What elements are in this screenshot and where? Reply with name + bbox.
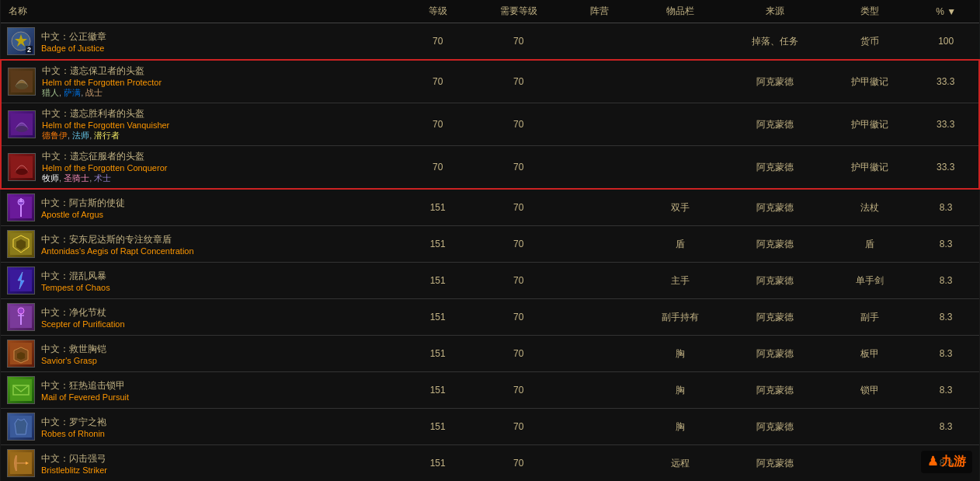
- item-icon: [7, 449, 35, 477]
- table-row[interactable]: 中文：遗忘征服者的头盔 Helm of the Forgotten Conque…: [1, 146, 979, 190]
- item-type: 法杖: [827, 189, 912, 226]
- item-icon: [7, 376, 35, 404]
- item-level: 70: [400, 103, 476, 146]
- item-zh-name: 中文：罗宁之袍: [41, 416, 106, 429]
- item-slot: 远程: [638, 445, 723, 482]
- item-level: 151: [400, 299, 476, 336]
- item-faction: [561, 299, 638, 336]
- item-pct: 33.3: [912, 103, 979, 146]
- item-en-name[interactable]: Mail of Fevered Pursuit: [41, 392, 129, 402]
- item-pct: 8.3: [912, 189, 979, 226]
- table-row[interactable]: 中文：遗忘胜利者的头盔 Helm of the Forgotten Vanqui…: [1, 103, 979, 146]
- item-pct: 8.3: [912, 263, 979, 299]
- svg-point-7: [16, 169, 28, 175]
- item-level: 70: [400, 60, 476, 103]
- item-source: 阿克蒙德: [723, 226, 828, 263]
- item-icon: [7, 303, 35, 331]
- item-level: 151: [400, 409, 476, 445]
- item-slot: 胸: [638, 336, 723, 372]
- table-row[interactable]: 中文：遗忘保卫者的头盔 Helm of the Forgotten Protec…: [1, 60, 979, 103]
- item-name-cell: 中文：净化节杖 Scepter of Purification: [1, 299, 400, 336]
- item-text: 中文：狂热追击锁甲 Mail of Fevered Pursuit: [41, 379, 129, 402]
- item-en-name[interactable]: Apostle of Argus: [41, 210, 125, 219]
- item-en-name[interactable]: Helm of the Forgotten Conqueror: [42, 163, 167, 173]
- col-source: 来源: [723, 0, 828, 23]
- item-pct: 8.3: [912, 409, 979, 445]
- item-req-level: 70: [476, 445, 561, 482]
- col-slot: 物品栏: [638, 0, 723, 23]
- item-level: 151: [400, 189, 476, 226]
- item-icon: [8, 153, 36, 181]
- item-slot: 副手持有: [638, 299, 723, 336]
- item-zh-name: 中文：公正徽章: [41, 30, 106, 44]
- watermark-icon: ♟: [927, 455, 938, 468]
- table-row[interactable]: 中文：净化节杖 Scepter of Purification 151 70 副…: [1, 299, 979, 336]
- item-faction: [561, 226, 638, 263]
- item-req-level: 70: [476, 299, 561, 336]
- item-type: [827, 409, 912, 445]
- item-name-cell: 2 中文：公正徽章 Badge of Justice: [1, 23, 400, 61]
- item-name-cell: 中文：罗宁之袍 Robes of Rhonin: [1, 409, 400, 445]
- item-zh-name: 中文：狂热追击锁甲: [41, 379, 129, 392]
- table-row[interactable]: 中文：罗宁之袍 Robes of Rhonin 151 70 胸 阿克蒙德 8.…: [1, 409, 979, 445]
- table-row[interactable]: 中文：混乱风暴 Tempest of Chaos 151 70 主手 阿克蒙德 …: [1, 263, 979, 299]
- item-source: 阿克蒙德: [723, 103, 828, 146]
- item-zh-name: 中文：安东尼达斯的专注纹章盾: [41, 233, 194, 246]
- item-req-level: 70: [476, 409, 561, 445]
- item-zh-name: 中文：阿古斯的使徒: [41, 197, 125, 210]
- item-en-name[interactable]: Helm of the Forgotten Vanquisher: [42, 120, 169, 130]
- item-level: 151: [400, 372, 476, 409]
- col-req-level: 需要等级: [476, 0, 561, 23]
- item-en-name[interactable]: Savior's Grasp: [41, 356, 106, 365]
- item-text: 中文：闪击强弓 Bristleblitz Striker: [41, 452, 107, 475]
- item-slot: [638, 103, 723, 146]
- item-text: 中文：罗宁之袍 Robes of Rhonin: [41, 416, 106, 438]
- item-level: 151: [400, 445, 476, 482]
- item-en-name[interactable]: Scepter of Purification: [41, 319, 125, 329]
- item-en-name[interactable]: Helm of the Forgotten Protector: [42, 78, 162, 87]
- item-icon: [7, 230, 35, 258]
- item-type: [827, 445, 912, 482]
- item-en-name[interactable]: Antonidas's Aegis of Rapt Concentration: [41, 246, 194, 256]
- item-name-cell: 中文：狂热追击锁甲 Mail of Fevered Pursuit: [1, 372, 400, 409]
- item-icon: [8, 110, 36, 138]
- col-pct[interactable]: % ▼: [912, 0, 979, 23]
- item-type: 单手剑: [827, 263, 912, 299]
- item-level: 151: [400, 336, 476, 372]
- item-classes: 牧师, 圣骑士, 术士: [42, 173, 167, 184]
- item-en-name[interactable]: Robes of Rhonin: [41, 429, 106, 438]
- item-text: 中文：净化节杖 Scepter of Purification: [41, 306, 125, 329]
- table-row[interactable]: 中文：救世胸铠 Savior's Grasp 151 70 胸 阿克蒙德 板甲 …: [1, 336, 979, 372]
- item-pct: 8.3: [912, 299, 979, 336]
- item-en-name[interactable]: Tempest of Chaos: [41, 283, 110, 292]
- item-en-name[interactable]: Bristleblitz Striker: [41, 465, 107, 475]
- item-text: 中文：救世胸铠 Savior's Grasp: [41, 343, 106, 365]
- item-en-name[interactable]: Badge of Justice: [41, 44, 106, 53]
- item-text: 中文：遗忘征服者的头盔 Helm of the Forgotten Conque…: [42, 150, 167, 184]
- item-name-cell: 中文：混乱风暴 Tempest of Chaos: [1, 263, 400, 299]
- table-row[interactable]: 2 中文：公正徽章 Badge of Justice 70 70 掉落、任务 货…: [1, 23, 979, 61]
- item-classes: 德鲁伊, 法师, 潜行者: [42, 130, 169, 141]
- item-zh-name: 中文：净化节杖: [41, 306, 125, 319]
- table-row[interactable]: 中文：安东尼达斯的专注纹章盾 Antonidas's Aegis of Rapt…: [1, 226, 979, 263]
- item-faction: [561, 103, 638, 146]
- item-req-level: 70: [476, 146, 561, 190]
- item-req-level: 70: [476, 189, 561, 226]
- table-body: 2 中文：公正徽章 Badge of Justice 70 70 掉落、任务 货…: [1, 23, 979, 482]
- item-source: 阿克蒙德: [723, 336, 828, 372]
- item-name-cell: 中文：安东尼达斯的专注纹章盾 Antonidas's Aegis of Rapt…: [1, 226, 400, 263]
- item-type: 锁甲: [827, 372, 912, 409]
- item-zh-name: 中文：混乱风暴: [41, 270, 110, 283]
- item-source: 阿克蒙德: [723, 263, 828, 299]
- table-row[interactable]: 中文：狂热追击锁甲 Mail of Fevered Pursuit 151 70…: [1, 372, 979, 409]
- watermark: ♟ 九游: [921, 451, 972, 473]
- item-text: 中文：混乱风暴 Tempest of Chaos: [41, 270, 110, 292]
- item-req-level: 70: [476, 263, 561, 299]
- item-icon: [7, 340, 35, 368]
- table-row[interactable]: 中文：阿古斯的使徒 Apostle of Argus 151 70 双手 阿克蒙…: [1, 189, 979, 226]
- col-name: 名称: [1, 0, 400, 23]
- item-icon: 2: [7, 27, 35, 55]
- item-zh-name: 中文：遗忘胜利者的头盔: [42, 107, 169, 120]
- item-pct: 33.3: [912, 60, 979, 103]
- table-row[interactable]: 中文：闪击强弓 Bristleblitz Striker 151 70 远程 阿…: [1, 445, 979, 482]
